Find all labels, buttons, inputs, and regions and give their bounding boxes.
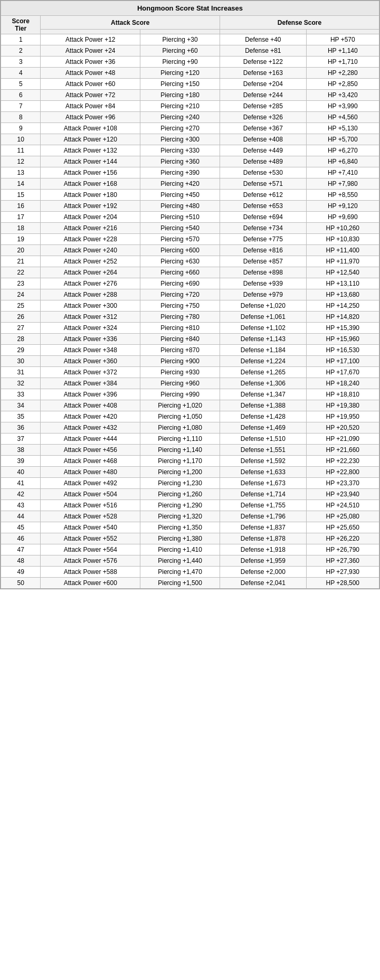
table-row: 20Attack Power +240Piercing +600Defense … <box>1 245 379 256</box>
defense-cell: Defense +1,959 <box>220 555 307 567</box>
defense-cell: Defense +734 <box>220 223 307 234</box>
tier-cell: 49 <box>1 567 41 578</box>
piercing-cell: Piercing +660 <box>140 267 220 278</box>
table-row: 21Attack Power +252Piercing +630Defense … <box>1 256 379 267</box>
table-row: 34Attack Power +408Piercing +1,020Defens… <box>1 400 379 411</box>
table-row: 4Attack Power +48Piercing +120Defense +1… <box>1 68 379 79</box>
defense-cell: Defense +1,020 <box>220 300 307 312</box>
hp-cell: HP +4,560 <box>306 112 379 123</box>
defense-cell: Defense +775 <box>220 234 307 245</box>
piercing-cell: Piercing +720 <box>140 289 220 300</box>
tier-cell: 16 <box>1 201 41 212</box>
piercing-cell: Piercing +1,170 <box>140 456 220 467</box>
defense-cell: Defense +81 <box>220 45 307 56</box>
defense-cell: Defense +1,633 <box>220 467 307 478</box>
tier-cell: 14 <box>1 178 41 190</box>
piercing-cell: Piercing +420 <box>140 178 220 190</box>
attack-power-cell: Attack Power +420 <box>41 411 140 422</box>
table-row: 14Attack Power +168Piercing +420Defense … <box>1 178 379 190</box>
subheader-row <box>1 30 379 34</box>
table-row: 40Attack Power +480Piercing +1,200Defens… <box>1 467 379 478</box>
piercing-cell: Piercing +270 <box>140 123 220 134</box>
header-row: ScoreTier Attack Score Defense Score <box>1 16 379 30</box>
table-row: 3Attack Power +36Piercing +90Defense +12… <box>1 56 379 68</box>
table-row: 11Attack Power +132Piercing +330Defense … <box>1 145 379 156</box>
table-row: 46Attack Power +552Piercing +1,380Defens… <box>1 533 379 544</box>
tier-cell: 19 <box>1 234 41 245</box>
hp-cell: HP +18,240 <box>306 378 379 389</box>
piercing-cell: Piercing +1,230 <box>140 478 220 489</box>
hp-cell: HP +5,130 <box>306 123 379 134</box>
tier-cell: 38 <box>1 445 41 456</box>
tier-cell: 27 <box>1 323 41 334</box>
table-row: 31Attack Power +372Piercing +930Defense … <box>1 367 379 378</box>
attack-power-cell: Attack Power +456 <box>41 445 140 456</box>
hp-cell: HP +21,090 <box>306 434 379 445</box>
table-row: 47Attack Power +564Piercing +1,410Defens… <box>1 544 379 555</box>
defense-cell: Defense +1,102 <box>220 323 307 334</box>
piercing-cell: Piercing +1,110 <box>140 434 220 445</box>
piercing-cell: Piercing +90 <box>140 56 220 68</box>
table-row: 37Attack Power +444Piercing +1,110Defens… <box>1 434 379 445</box>
hp-cell: HP +15,960 <box>306 334 379 345</box>
tier-cell: 28 <box>1 334 41 345</box>
hp-cell: HP +16,530 <box>306 345 379 356</box>
attack-power-cell: Attack Power +552 <box>41 533 140 544</box>
defense-cell: Defense +816 <box>220 245 307 256</box>
tier-cell: 7 <box>1 101 41 112</box>
piercing-cell: Piercing +900 <box>140 356 220 367</box>
hp-cell: HP +7,980 <box>306 178 379 190</box>
piercing-cell: Piercing +180 <box>140 90 220 101</box>
hp-cell: HP +13,110 <box>306 278 379 289</box>
defense-cell: Defense +530 <box>220 167 307 178</box>
hp-cell: HP +22,230 <box>306 456 379 467</box>
hp-cell: HP +24,510 <box>306 500 379 511</box>
tier-cell: 50 <box>1 578 41 589</box>
tier-cell: 3 <box>1 56 41 68</box>
hp-cell: HP +25,650 <box>306 522 379 533</box>
table-row: 22Attack Power +264Piercing +660Defense … <box>1 267 379 278</box>
defense-cell: Defense +1,918 <box>220 544 307 555</box>
defense-cell: Defense +898 <box>220 267 307 278</box>
hp-cell: HP +6,840 <box>306 156 379 167</box>
piercing-cell: Piercing +390 <box>140 167 220 178</box>
hp-cell: HP +2,850 <box>306 79 379 90</box>
table-row: 15Attack Power +180Piercing +450Defense … <box>1 190 379 201</box>
table-row: 1Attack Power +12Piercing +30Defense +40… <box>1 34 379 45</box>
defense-cell: Defense +1,551 <box>220 445 307 456</box>
hp-cell: HP +1,140 <box>306 45 379 56</box>
main-container: Hongmoon Score Stat Increases ScoreTier … <box>0 0 380 589</box>
piercing-cell: Piercing +1,440 <box>140 555 220 567</box>
attack-power-cell: Attack Power +132 <box>41 145 140 156</box>
table-row: 38Attack Power +456Piercing +1,140Defens… <box>1 445 379 456</box>
defense-cell: Defense +857 <box>220 256 307 267</box>
attack-power-cell: Attack Power +504 <box>41 489 140 500</box>
table-row: 6Attack Power +72Piercing +180Defense +2… <box>1 90 379 101</box>
piercing-cell: Piercing +360 <box>140 156 220 167</box>
tier-cell: 48 <box>1 555 41 567</box>
tier-cell: 43 <box>1 500 41 511</box>
table-row: 9Attack Power +108Piercing +270Defense +… <box>1 123 379 134</box>
table-row: 10Attack Power +120Piercing +300Defense … <box>1 134 379 145</box>
defense-cell: Defense +1,306 <box>220 378 307 389</box>
piercing-cell: Piercing +240 <box>140 112 220 123</box>
piercing-cell: Piercing +750 <box>140 300 220 312</box>
hp-cell: HP +8,550 <box>306 190 379 201</box>
table-row: 17Attack Power +204Piercing +510Defense … <box>1 212 379 223</box>
table-row: 36Attack Power +432Piercing +1,080Defens… <box>1 422 379 434</box>
piercing-cell: Piercing +60 <box>140 45 220 56</box>
defense-cell: Defense +122 <box>220 56 307 68</box>
defense-cell: Defense +326 <box>220 112 307 123</box>
tier-cell: 8 <box>1 112 41 123</box>
attack-power-cell: Attack Power +276 <box>41 278 140 289</box>
piercing-cell: Piercing +120 <box>140 68 220 79</box>
hp-cell: HP +11,970 <box>306 256 379 267</box>
attack-power-cell: Attack Power +144 <box>41 156 140 167</box>
table-row: 7Attack Power +84Piercing +210Defense +2… <box>1 101 379 112</box>
defense-cell: Defense +1,592 <box>220 456 307 467</box>
attack-power-cell: Attack Power +360 <box>41 356 140 367</box>
piercing-cell: Piercing +480 <box>140 201 220 212</box>
attack-power-cell: Attack Power +168 <box>41 178 140 190</box>
attack-power-cell: Attack Power +60 <box>41 79 140 90</box>
defense-cell: Defense +694 <box>220 212 307 223</box>
